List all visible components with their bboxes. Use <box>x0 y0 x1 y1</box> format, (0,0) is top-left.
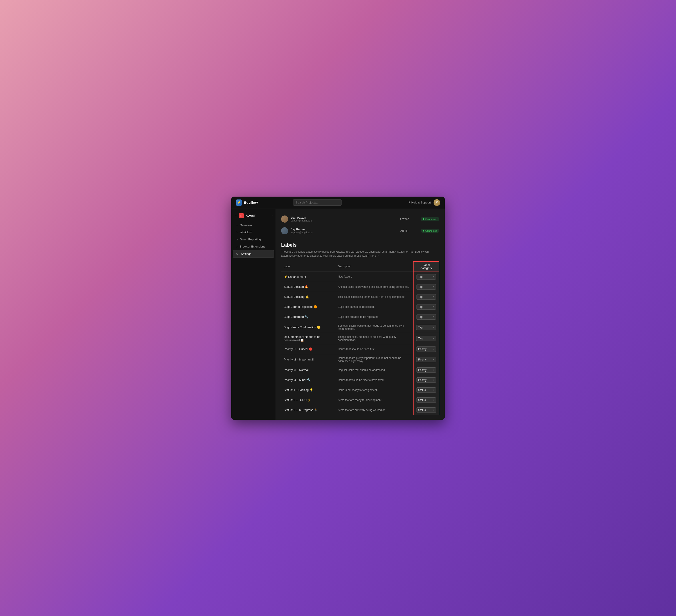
label-category-cell: Priority▾ <box>413 344 439 354</box>
member-info: Dan Pastori support@bugflow.io <box>291 216 398 222</box>
sidebar-item-overview[interactable]: ○ Overview <box>233 222 274 228</box>
chevron-down-icon: ▾ <box>433 296 434 298</box>
category-select[interactable]: Status▾ <box>416 407 436 413</box>
table-row: Priority::2 – Important ‼️Issues that ar… <box>281 354 439 365</box>
category-select[interactable]: Tag▾ <box>416 284 436 290</box>
label-description: Items that are ready for development. <box>335 395 413 405</box>
app-title: Bugflow <box>244 201 258 205</box>
sidebar-item-settings[interactable]: ⚙ Settings <box>233 250 274 258</box>
help-link[interactable]: ? Help & Support <box>408 201 431 204</box>
chevron-down-icon: ▾ <box>433 389 434 391</box>
category-select[interactable]: Status▾ <box>416 397 436 403</box>
app-window: ⚡ Bugflow ? Help & Support JP ← R ROAST … <box>231 197 445 420</box>
member-avatar <box>281 215 288 222</box>
category-select[interactable]: Tag▾ <box>416 336 436 341</box>
category-select[interactable]: Tag▾ <box>416 325 436 330</box>
label-name: Status::1 – Backlog 💡 <box>281 385 335 395</box>
table-row: Priority::4 – Minor 🔩Issues that would b… <box>281 375 439 385</box>
sidebar-item-label: Overview <box>240 223 252 227</box>
label-name: Priority::3 – Normal <box>281 365 335 375</box>
category-select[interactable]: Tag▾ <box>416 294 436 300</box>
label-description: New feature <box>335 272 413 282</box>
label-category-cell: Tag▾ <box>413 302 439 312</box>
table-row: Status::2 – TODO ⚡Items that are ready f… <box>281 395 439 405</box>
chevron-down-icon: ▾ <box>433 286 434 288</box>
chevron-down-icon: ▾ <box>433 348 434 350</box>
table-row: ⚡ EnhancementNew featureTag▾ <box>281 272 439 282</box>
sidebar-item-workflow[interactable]: ○ Workflow <box>233 229 274 236</box>
member-email: support@bugflow.io <box>291 219 398 222</box>
label-name: Bug: Needs Confirmation 🟡 <box>281 322 335 333</box>
category-select[interactable]: Priority▾ <box>416 347 436 352</box>
label-description: Bugs that are able to be replicated. <box>335 312 413 322</box>
label-description: Issue is not ready for assignment. <box>335 385 413 395</box>
connected-dot-icon <box>423 230 424 232</box>
category-select[interactable]: Priority▾ <box>416 367 436 373</box>
search-input[interactable] <box>293 199 342 206</box>
label-description: Items that are currently being worked on… <box>335 405 413 415</box>
browser-extensions-icon: ○ <box>236 245 237 248</box>
table-row: Status::Blocked 🔥Another issue is preven… <box>281 282 439 292</box>
label-name: Bug: Confirmed 🔧 <box>281 312 335 322</box>
label-category-cell: Tag▾ <box>413 322 439 333</box>
label-description: Issues that are pretty important, but do… <box>335 354 413 365</box>
table-row: Bug: Cannot Replicate 🟠Bugs that cannot … <box>281 302 439 312</box>
table-row: Bug: Needs Confirmation 🟡Something isn't… <box>281 322 439 333</box>
label-description: Things that exist, but need to be clear … <box>335 333 413 344</box>
table-row: Bug: Confirmed 🔧Bugs that are able to be… <box>281 312 439 322</box>
label-name: Priority::4 – Minor 🔩 <box>281 375 335 385</box>
label-category-cell: Priority▾ <box>413 375 439 385</box>
help-icon: ? <box>408 201 410 204</box>
member-role: Owner <box>400 217 418 221</box>
labels-description: These are the labels automatically pulle… <box>281 250 439 258</box>
label-name: Status::2 – TODO ⚡ <box>281 395 335 405</box>
category-select[interactable]: Status▾ <box>416 388 436 393</box>
chevron-down-icon: ▾ <box>433 337 434 340</box>
table-row: Documentation: Needs to be documented 📋T… <box>281 333 439 344</box>
label-description: Issues that should be fixed first. <box>335 344 413 354</box>
workflow-icon: ○ <box>236 230 237 234</box>
labels-table: Label Description Label Category ⚡ Enhan… <box>281 261 439 415</box>
col-category: Label Category <box>413 261 439 272</box>
back-button[interactable]: ← <box>234 214 237 217</box>
label-name: Status::Blocking ⚠️ <box>281 292 335 302</box>
label-name: Documentation: Needs to be documented 📋 <box>281 333 335 344</box>
project-badge: R <box>239 213 244 218</box>
category-select[interactable]: Tag▾ <box>416 314 436 319</box>
chevron-down-icon: ▾ <box>433 409 434 411</box>
label-category-cell: Status▾ <box>413 395 439 405</box>
label-description: Another issue is preventing this issue f… <box>335 282 413 292</box>
sidebar-item-browser-extensions[interactable]: ○ Browser Extensions <box>233 243 274 250</box>
category-select[interactable]: Priority▾ <box>416 357 436 362</box>
body-layout: ← R ROAST › ○ Overview ○ Workflow □ Gues… <box>231 209 445 420</box>
table-row: Status::Blocking ⚠️This issue is blockin… <box>281 292 439 302</box>
category-select[interactable]: Priority▾ <box>416 377 436 383</box>
labels-title: Labels <box>281 242 439 248</box>
chevron-down-icon: ▾ <box>433 275 434 278</box>
label-category-cell: Status▾ <box>413 405 439 415</box>
settings-icon: ⚙ <box>236 252 239 256</box>
header: ⚡ Bugflow ? Help & Support JP <box>231 197 445 209</box>
main-content: Dan Pastori support@bugflow.io Owner Con… <box>276 209 445 420</box>
sidebar-item-guest-reporting[interactable]: □ Guest Reporting <box>233 236 274 243</box>
table-row: Priority::3 – NormalRegular issue that s… <box>281 365 439 375</box>
chevron-down-icon: ▾ <box>433 358 434 361</box>
category-select[interactable]: Tag▾ <box>416 304 436 310</box>
sidebar-item-label: Settings <box>241 252 251 256</box>
member-row: Dan Pastori support@bugflow.io Owner Con… <box>281 213 439 225</box>
label-description: Regular issue that should be addressed. <box>335 365 413 375</box>
table-row: Priority::1 – Critical 🔴Issues that shou… <box>281 344 439 354</box>
chevron-down-icon: ▾ <box>433 326 434 328</box>
label-description: This issue is blocking other issues from… <box>335 292 413 302</box>
label-name: Status::Blocked 🔥 <box>281 282 335 292</box>
label-category-cell: Status▾ <box>413 385 439 395</box>
sidebar: ← R ROAST › ○ Overview ○ Workflow □ Gues… <box>231 209 276 420</box>
label-name: ⚡ Enhancement <box>281 272 335 282</box>
member-name: Jay Rogers <box>291 228 398 231</box>
team-section: Dan Pastori support@bugflow.io Owner Con… <box>281 213 439 237</box>
logo-area: ⚡ Bugflow <box>236 200 258 206</box>
category-select[interactable]: Tag▾ <box>416 274 436 279</box>
label-category-cell: Tag▾ <box>413 312 439 322</box>
chevron-right-icon: › <box>272 214 272 217</box>
chevron-down-icon: ▾ <box>433 316 434 318</box>
